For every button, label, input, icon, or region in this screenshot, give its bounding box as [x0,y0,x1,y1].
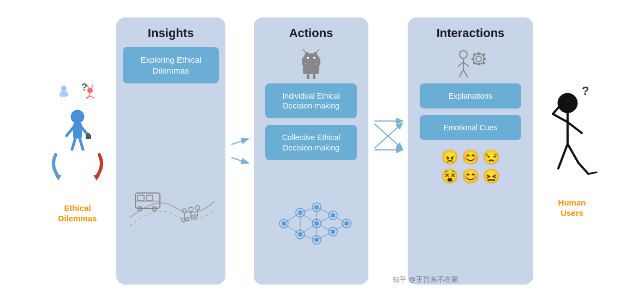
emoji-tired: 😖 [482,168,500,185]
svg-line-11 [92,85,93,88]
svg-marker-23 [93,175,100,180]
right-figure-area: ? Human Users [542,84,602,219]
svg-rect-47 [302,58,305,65]
svg-line-10 [87,85,88,88]
svg-point-6 [87,88,93,93]
emoji-row-2: 😵 😊 😖 [441,168,500,185]
svg-rect-49 [303,64,319,74]
bus-sketch [123,93,219,276]
svg-line-75 [300,213,317,224]
svg-rect-50 [307,74,309,79]
svg-point-12 [71,110,84,123]
svg-rect-16 [86,135,91,139]
svg-line-40 [231,139,248,144]
svg-line-115 [588,172,597,174]
svg-line-111 [568,122,582,133]
emotional-cues-box: Emotional Cues [420,115,521,140]
svg-line-74 [300,207,317,213]
emoji-smile: 😊 [462,168,479,185]
svg-line-102 [458,62,463,67]
human-users-label: Human Users [558,197,586,219]
svg-line-76 [300,224,317,234]
individual-ethical-box: Individual Ethical Decision-making [265,83,356,118]
svg-rect-98 [473,62,476,65]
emoji-neutral: 😒 [482,149,500,166]
android-icon [297,49,325,79]
svg-line-113 [568,144,579,163]
cross-arrows [372,91,404,178]
arrow-insights-actions [229,124,251,178]
svg-line-104 [459,70,463,77]
svg-rect-95 [483,58,486,60]
svg-point-52 [307,57,309,59]
svg-line-114 [579,163,588,174]
svg-rect-96 [473,53,476,56]
svg-point-34 [195,206,200,210]
svg-rect-51 [313,74,315,79]
emoji-dizzy: 😵 [441,168,458,185]
svg-point-91 [476,56,481,62]
collective-ethical-box: Collective Ethical Decision-making [265,125,356,160]
columns-wrapper: Insights Exploring Ethical Dilemmas [113,17,536,285]
person-gears-icon-area [451,49,490,79]
actions-title: Actions [289,26,333,40]
svg-line-45 [317,49,319,52]
svg-rect-26 [146,195,153,201]
svg-rect-93 [478,63,480,65]
ethical-dilemmas-label: Ethical Dilemmas [58,203,97,224]
svg-point-100 [460,51,467,58]
svg-line-14 [67,128,73,136]
svg-rect-46 [303,53,319,64]
interactions-column: Interactions [408,17,533,285]
svg-rect-13 [73,123,82,138]
svg-rect-92 [478,52,480,55]
svg-line-105 [463,70,468,77]
svg-line-112 [558,144,568,168]
svg-point-38 [182,219,185,222]
interactions-title: Interactions [437,26,505,40]
insights-title: Insights [148,26,194,40]
svg-line-72 [284,213,300,224]
svg-line-44 [303,49,305,52]
android-icon-area [297,49,325,79]
svg-line-73 [284,224,300,234]
svg-point-53 [313,57,315,59]
actions-column: Actions Individual Ethi [254,17,368,285]
human-users-illustration: ? [545,84,599,193]
svg-text:?: ? [81,82,87,93]
svg-line-110 [553,106,560,114]
svg-text:?: ? [582,84,589,98]
svg-rect-25 [138,195,144,201]
network-sketch [260,171,362,276]
svg-line-103 [463,62,469,67]
main-container: ? [0,0,644,302]
svg-rect-94 [472,58,474,60]
svg-line-109 [553,114,568,122]
insights-column: Insights Exploring Ethical Dilemmas [116,17,225,285]
svg-line-77 [300,234,317,240]
emoji-happy: 😊 [462,149,479,166]
svg-line-20 [72,138,75,149]
svg-point-107 [558,93,577,113]
svg-line-41 [231,158,248,163]
svg-point-2 [61,86,67,91]
svg-point-32 [189,207,193,212]
watermark: 知乎 @王晋东不在家 [392,275,458,285]
svg-line-9 [90,96,94,98]
left-figure-area: ? [42,78,113,224]
svg-marker-22 [55,175,62,180]
explanations-box: Explanations [420,83,521,108]
person-gears-icon [451,49,490,79]
ethical-dilemmas-illustration: ? [47,78,108,198]
svg-line-21 [80,138,83,149]
emoji-angry: 😠 [441,149,458,166]
exploring-ethical-dilemmas-box: Exploring Ethical Dilemmas [123,47,219,83]
svg-rect-48 [317,58,320,65]
emoji-row-1: 😠 😊 😒 [441,149,500,166]
